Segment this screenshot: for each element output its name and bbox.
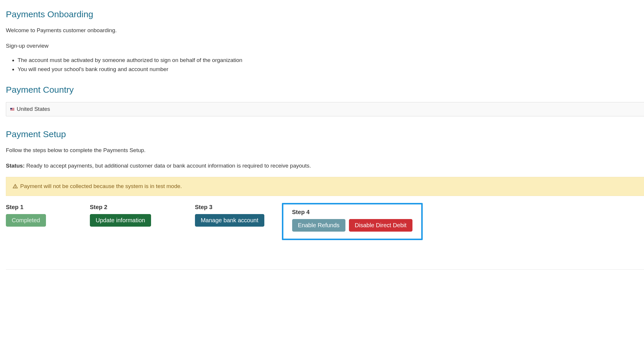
status-text: Ready to accept payments, but additional… (25, 163, 311, 169)
us-flag-icon (10, 108, 14, 111)
status-line: Status: Ready to accept payments, but ad… (6, 162, 644, 170)
update-information-button[interactable]: Update information (90, 214, 151, 227)
overview-bullet-list: The account must be activated by someone… (18, 56, 644, 74)
disable-direct-debit-button[interactable]: Disable Direct Debit (349, 219, 412, 232)
step-2-title: Step 2 (90, 203, 151, 211)
enable-refunds-button[interactable]: Enable Refunds (292, 219, 345, 232)
warning-icon (13, 184, 18, 189)
steps-row: Step 1 Completed Step 2 Update informati… (6, 203, 644, 240)
step-1-title: Step 1 (6, 203, 46, 211)
step-4-highlighted: Step 4 Enable Refunds Disable Direct Deb… (282, 203, 423, 240)
payment-country-title: Payment Country (6, 84, 644, 96)
payments-onboarding-title: Payments Onboarding (6, 8, 644, 21)
step-3-title: Step 3 (195, 203, 264, 211)
payment-country-select[interactable]: United States (6, 102, 644, 116)
step-4-title: Step 4 (292, 208, 412, 216)
status-label: Status: (6, 163, 25, 169)
overview-bullet-item: The account must be activated by someone… (18, 56, 644, 65)
payment-country-value: United States (17, 105, 50, 113)
signup-overview-label: Sign-up overview (6, 42, 644, 50)
step-2: Step 2 Update information (90, 203, 151, 227)
overview-bullet-item: You will need your school's bank routing… (18, 65, 644, 74)
manage-bank-account-button[interactable]: Manage bank account (195, 214, 264, 227)
svg-point-1 (15, 187, 15, 187)
setup-instructions: Follow the steps below to complete the P… (6, 147, 644, 154)
completed-button[interactable]: Completed (6, 214, 46, 227)
warning-text: Payment will not be collected because th… (20, 182, 182, 190)
footer-divider (6, 269, 644, 270)
test-mode-warning: Payment will not be collected because th… (6, 177, 644, 196)
step-1: Step 1 Completed (6, 203, 46, 227)
step-3: Step 3 Manage bank account (195, 203, 264, 227)
welcome-text: Welcome to Payments customer onboarding. (6, 27, 644, 35)
payment-setup-title: Payment Setup (6, 128, 644, 141)
